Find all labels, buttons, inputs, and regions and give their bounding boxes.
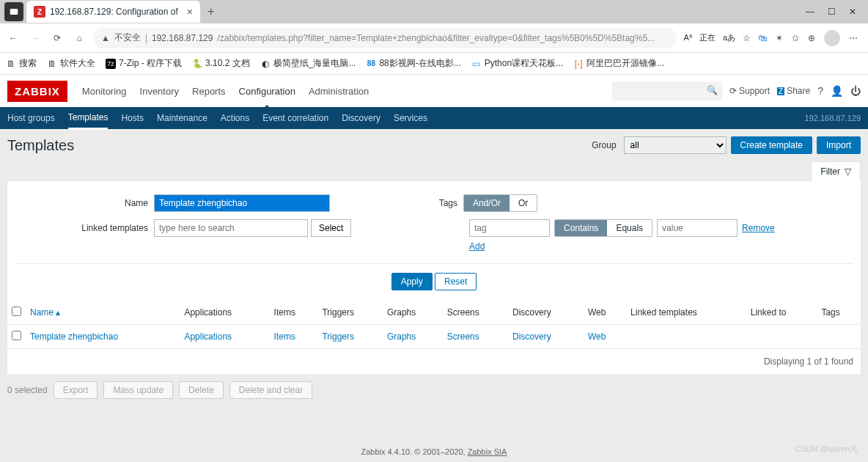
bookmark-item[interactable]: 7z7-Zip - 程序下载 xyxy=(106,57,182,70)
contains-button[interactable]: Contains xyxy=(555,220,607,236)
nav-reports[interactable]: Reports xyxy=(192,76,226,107)
nav-monitoring[interactable]: Monitoring xyxy=(82,76,127,107)
power-icon[interactable]: ⏻ xyxy=(850,85,861,97)
export-button[interactable]: Export xyxy=(54,381,98,399)
discovery-link[interactable]: Discovery xyxy=(512,331,551,342)
nav-administration[interactable]: Administration xyxy=(309,76,369,107)
name-input[interactable] xyxy=(154,194,330,212)
subnav-hosts[interactable]: Hosts xyxy=(121,108,144,128)
bookmark-item[interactable]: 🗎搜索 xyxy=(6,57,37,70)
bookmark-item[interactable]: ◐极简壁纸_海量电脑... xyxy=(260,57,356,70)
tab-title: 192.168.87.129: Configuration of xyxy=(50,7,178,17)
subnav-maintenance[interactable]: Maintenance xyxy=(157,108,207,128)
window-minimize-icon[interactable]: — xyxy=(806,7,814,17)
template-name-link[interactable]: Template zhengbichao xyxy=(30,331,118,342)
or-button[interactable]: Or xyxy=(510,195,537,211)
more-icon[interactable]: ⋯ xyxy=(849,33,858,43)
refresh-button[interactable]: ⟳ xyxy=(50,31,65,45)
favorite-icon[interactable]: ☆ xyxy=(743,33,751,43)
reader-mode-icon[interactable]: A⁸ xyxy=(684,33,692,43)
global-search-input[interactable] xyxy=(612,81,722,100)
filter-toggle[interactable]: Filter ▽ xyxy=(811,161,861,181)
extensions-icon[interactable]: ✶ xyxy=(776,33,783,43)
select-button[interactable]: Select xyxy=(311,219,351,237)
subnav-services[interactable]: Services xyxy=(394,108,427,128)
group-select[interactable]: all xyxy=(624,136,727,154)
profile-avatar[interactable] xyxy=(824,30,840,46)
svg-rect-0 xyxy=(10,9,18,15)
col-tags: Tags xyxy=(817,301,861,325)
col-triggers: Triggers xyxy=(317,301,383,325)
linked-templates-input[interactable] xyxy=(154,219,308,237)
row-checkbox[interactable] xyxy=(12,331,21,340)
subnav-host-groups[interactable]: Host groups xyxy=(7,108,55,128)
graphs-link[interactable]: Graphs xyxy=(387,331,416,342)
web-link[interactable]: Web xyxy=(588,331,606,342)
zabbix-sia-link[interactable]: Zabbix SIA xyxy=(468,447,507,456)
close-tab-icon[interactable]: × xyxy=(187,6,193,18)
support-link[interactable]: ⟳ Support xyxy=(729,86,770,96)
help-icon[interactable]: ? xyxy=(817,85,823,97)
url-host: 192.168.87.129 xyxy=(152,33,213,43)
andor-button[interactable]: And/Or xyxy=(464,195,510,211)
app-icon xyxy=(4,2,23,21)
status-text: 正在 xyxy=(699,32,716,43)
bookmark-item[interactable]: 8888影视网-在线电影... xyxy=(366,57,460,70)
tag-op-toggle: Contains Equals xyxy=(554,219,652,237)
browser-tab[interactable]: Z 192.168.87.129: Configuration of × xyxy=(26,1,200,23)
equals-button[interactable]: Equals xyxy=(607,220,652,236)
address-bar[interactable]: ▲ 不安全 | 192.168.87.129/zabbix/templates.… xyxy=(94,28,677,48)
bookmarks-bar: 🗎搜索 🗎软件大全 7z7-Zip - 程序下载 🐍3.10.2 文档 ◐极简壁… xyxy=(0,53,868,75)
window-close-icon[interactable]: ✕ xyxy=(849,7,856,17)
bookmark-item[interactable]: ▭Python课程天花板... xyxy=(471,57,563,70)
bookmark-item[interactable]: [-]阿里巴巴开源镜像... xyxy=(573,57,664,70)
tag-name-input[interactable] xyxy=(469,219,550,237)
import-button[interactable]: Import xyxy=(817,136,861,154)
nav-inventory[interactable]: Inventory xyxy=(140,76,179,107)
nav-configuration[interactable]: Configuration xyxy=(239,76,295,107)
items-link[interactable]: Items xyxy=(274,331,295,342)
create-template-button[interactable]: Create template xyxy=(731,136,812,154)
delete-button[interactable]: Delete xyxy=(179,381,224,399)
applications-link[interactable]: Applications xyxy=(184,331,232,342)
user-icon[interactable]: 👤 xyxy=(831,85,843,97)
col-applications: Applications xyxy=(180,301,269,325)
window-maximize-icon[interactable]: ☐ xyxy=(828,7,836,17)
linked-to-cell xyxy=(746,325,817,349)
col-name[interactable]: Name ▴ xyxy=(26,301,180,325)
forward-button[interactable]: → xyxy=(28,31,43,45)
bookmark-item[interactable]: 🐍3.10.2 文档 xyxy=(192,57,250,70)
filter-icon: ▽ xyxy=(845,166,851,177)
home-button[interactable]: ⌂ xyxy=(72,31,87,45)
subnav-templates[interactable]: Templates xyxy=(68,107,108,130)
subnav-event-correlation[interactable]: Event correlation xyxy=(262,108,328,128)
linked-templates-label: Linked templates xyxy=(15,223,154,233)
shopping-icon[interactable]: 🛍 xyxy=(758,33,767,43)
select-all-checkbox[interactable] xyxy=(12,307,21,316)
remove-tag-link[interactable]: Remove xyxy=(742,223,775,233)
collections-icon[interactable]: ⊕ xyxy=(808,33,815,43)
favorites-bar-icon[interactable]: ✩ xyxy=(792,33,799,43)
new-tab-button[interactable]: + xyxy=(207,5,214,18)
screens-link[interactable]: Screens xyxy=(447,331,479,342)
search-icon[interactable]: 🔍 xyxy=(707,85,718,95)
bookmark-item[interactable]: 🗎软件大全 xyxy=(47,57,95,70)
filter-panel: Name Linked templates Select Tags And/Or… xyxy=(7,181,861,301)
translate-icon[interactable]: aあ xyxy=(723,32,735,43)
reset-button[interactable]: Reset xyxy=(435,273,477,290)
apply-button[interactable]: Apply xyxy=(391,273,433,290)
subnav-discovery[interactable]: Discovery xyxy=(342,108,380,128)
zabbix-logo[interactable]: ZABBIX xyxy=(7,81,67,102)
delete-clear-button[interactable]: Delete and clear xyxy=(229,381,312,399)
subnav-actions[interactable]: Actions xyxy=(221,108,249,128)
mass-update-button[interactable]: Mass update xyxy=(103,381,173,399)
server-ip: 192.168.87.129 xyxy=(805,114,861,122)
tag-value-input[interactable] xyxy=(657,219,738,237)
add-tag-link[interactable]: Add xyxy=(469,241,485,252)
favicon: Z xyxy=(34,6,45,18)
triggers-link[interactable]: Triggers xyxy=(322,331,354,342)
back-button[interactable]: ← xyxy=(6,31,21,45)
app-header: ZABBIX Monitoring Inventory Reports Conf… xyxy=(0,75,868,107)
tags-mode-toggle: And/Or Or xyxy=(463,194,537,212)
share-link[interactable]: Z Share xyxy=(777,86,810,96)
